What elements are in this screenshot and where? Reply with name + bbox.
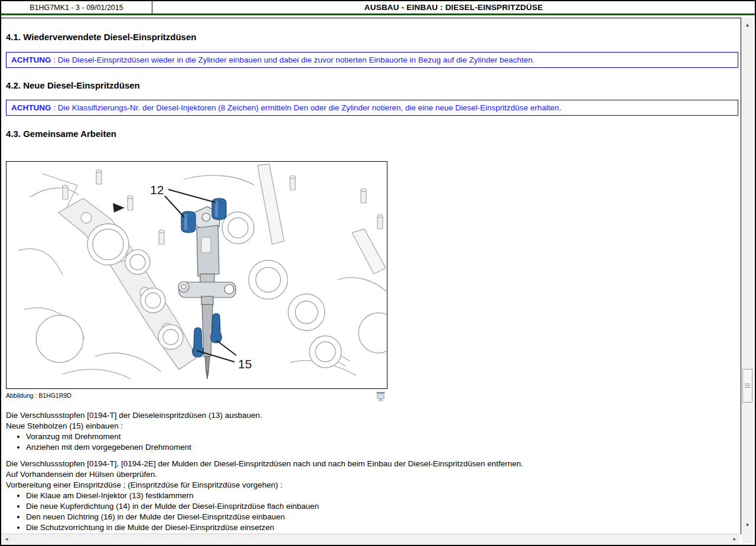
header-divider	[1, 14, 755, 15]
engine-illustration: 12 15	[6, 162, 387, 388]
figure-caption: Abbildung : B1HG1R9D	[6, 391, 71, 400]
section-heading-4-3: 4.3. Gemeinsame Arbeiten	[6, 129, 741, 139]
callout-label-15: 15	[238, 357, 252, 371]
vertical-scrollbar-thumb[interactable]	[742, 369, 752, 403]
warning-box-1: ACHTUNG : Die Diesel-Einspritzdüsen wied…	[6, 52, 738, 68]
document-reference: B1HG7MK1 - 3 - 09/01/2015	[1, 1, 152, 14]
bullet-list-injector-prep: Die Klaue am Diesel-Injektor (13) festkl…	[6, 491, 741, 533]
list-item: Den neuen Dichtring (16) in der Mulde de…	[26, 512, 741, 522]
page-title: AUSBAU - EINBAU : DIESEL-EINSPRITZDÜSE	[152, 1, 755, 14]
warning-label: ACHTUNG	[11, 55, 51, 64]
scrollbar-grip-icon	[745, 384, 750, 388]
vertical-scrollbar[interactable]: ▲ ▼	[742, 18, 753, 544]
paragraph: Neue Stehbolzen (15) einbauen :	[6, 421, 741, 431]
engine-tubes	[258, 164, 386, 274]
callout-label-12: 12	[150, 183, 164, 197]
figure-engine-injector: 12 15	[6, 161, 387, 389]
scroll-up-arrow-icon[interactable]: ▲	[742, 22, 753, 28]
header-bar: B1HG7MK1 - 3 - 09/01/2015 AUSBAU - EINBA…	[1, 1, 755, 14]
warning-text: Die Diesel-Einspritzdüsen wieder in die …	[58, 55, 535, 64]
paragraph: Die Verschlussstopfen [0194-T] der Diese…	[6, 410, 741, 421]
warning-box-2: ACHTUNG : Die Klassifizierungs-Nr. der D…	[6, 100, 738, 116]
scroll-left-arrow-icon[interactable]: ◄	[4, 534, 9, 544]
list-item: Die neue Kupferdichtung (14) in der Muld…	[26, 501, 741, 512]
warning-label: ACHTUNG	[11, 103, 51, 112]
horizontal-scrollbar[interactable]: ◄ ►	[1, 534, 740, 544]
warning-text: Die Klassifizierungs-Nr. der Diesel-Inje…	[58, 103, 561, 112]
warning-separator: :	[51, 103, 58, 112]
scroll-right-arrow-icon[interactable]: ►	[732, 534, 737, 544]
manual-viewer-window: B1HG7MK1 - 3 - 09/01/2015 AUSBAU - EINBA…	[0, 0, 756, 546]
list-item: Die Schutzvorrichtung in die Mulde der D…	[26, 522, 741, 533]
section-heading-4-1: 4.1. Wiederverwendete Diesel-Einspritzdü…	[6, 32, 741, 42]
bullet-list-stud-torque: Voranzug mit Drehmoment Anziehen mit dem…	[6, 431, 741, 453]
list-item: Voranzug mit Drehmoment	[26, 431, 741, 442]
list-item: Anziehen mit dem vorgegebenen Drehmoment	[26, 442, 741, 453]
document-pane: 4.1. Wiederverwendete Diesel-Einspritzdü…	[1, 18, 741, 534]
paragraph: Vorbereitung einer Einspritzdüse ; (Eins…	[6, 480, 741, 491]
paragraph: Auf Vorhandensein der Hülsen überprüfen.	[6, 469, 741, 480]
warning-separator: :	[51, 55, 58, 64]
scroll-down-arrow-icon[interactable]: ▼	[742, 522, 753, 528]
paragraph: Die Verschlussstopfen [0194-T], [0194-2E…	[6, 459, 741, 469]
projector-screen-icon[interactable]	[376, 391, 386, 404]
engine-flag-detail	[113, 203, 125, 212]
section-heading-4-2: 4.2. Neue Diesel-Einspritzdüsen	[6, 80, 741, 90]
list-item: Die Klaue am Diesel-Injektor (13) festkl…	[26, 491, 741, 501]
